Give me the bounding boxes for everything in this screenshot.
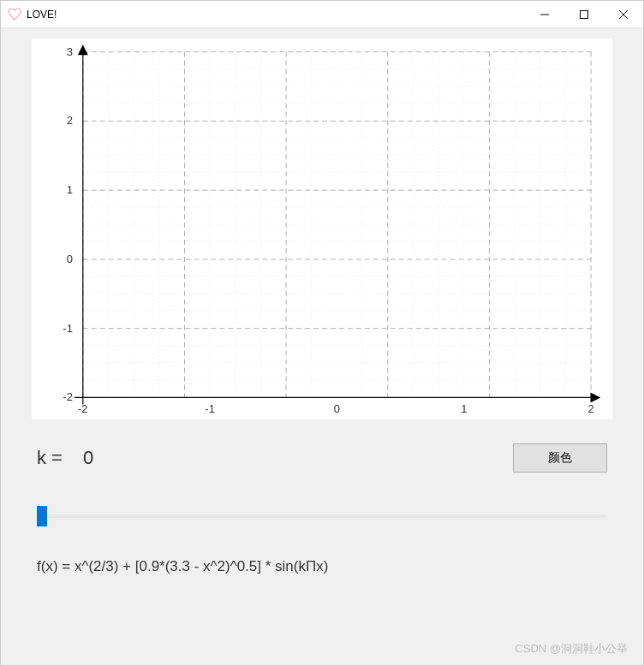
plot-svg: -2 -1 0 1 2 -2 -1 0 1 2 3	[32, 39, 612, 419]
svg-marker-46	[591, 393, 599, 401]
plot-area: -2 -1 0 1 2 -2 -1 0 1 2 3	[32, 39, 612, 419]
y-tick-label: 0	[67, 253, 73, 265]
y-tick-label: 3	[67, 45, 73, 58]
maximize-button[interactable]	[564, 1, 604, 27]
k-label: k =	[37, 447, 63, 469]
y-tick-label: -2	[63, 390, 73, 403]
content-area: -2 -1 0 1 2 -2 -1 0 1 2 3 k = 0 颜色 f(x) …	[1, 28, 643, 665]
y-tick-label: 2	[67, 114, 73, 127]
x-tick-label: -2	[78, 402, 88, 415]
y-tick-label: 1	[67, 183, 73, 196]
slider-row	[32, 508, 612, 527]
x-tick-label: 2	[587, 402, 593, 415]
svg-rect-1	[581, 10, 588, 18]
k-row: k = 0 颜色	[32, 443, 612, 473]
x-tick-label: -1	[205, 402, 215, 415]
color-button[interactable]: 颜色	[513, 443, 607, 473]
app-window: LOVE!	[0, 0, 644, 666]
window-controls	[525, 1, 643, 27]
close-button[interactable]	[604, 1, 643, 27]
x-tick-label: 1	[461, 402, 467, 415]
y-tick-label: -1	[63, 322, 73, 335]
watermark: CSDN @洞洞鞋小公举	[515, 641, 628, 657]
titlebar: LOVE!	[1, 1, 643, 28]
window-title: LOVE!	[27, 9, 525, 21]
x-tick-label: 0	[334, 402, 340, 415]
k-value: 0	[83, 447, 93, 469]
k-slider[interactable]	[37, 508, 607, 524]
svg-marker-48	[79, 46, 87, 55]
formula-text: f(x) = x^(2/3) + [0.9*(3.3 - x^2)^0.5] *…	[32, 558, 612, 575]
heart-icon	[8, 8, 21, 21]
minimize-button[interactable]	[525, 1, 564, 27]
